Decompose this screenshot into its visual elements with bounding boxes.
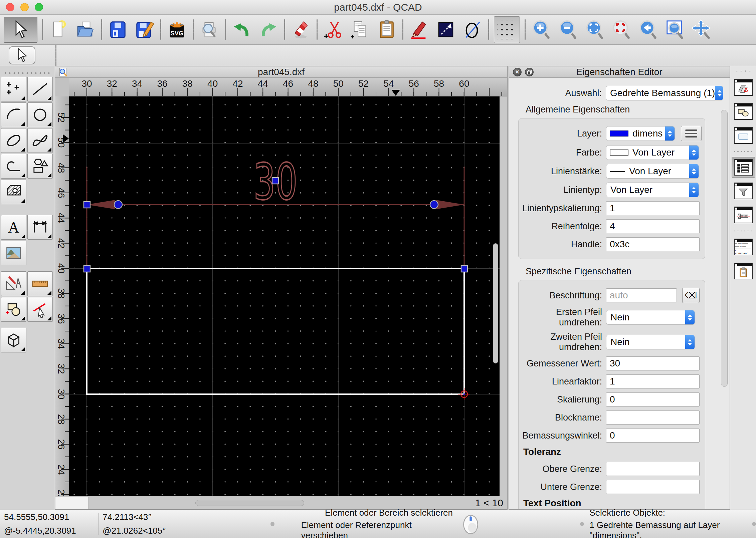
ruler-corner: [55, 78, 69, 96]
lineweight-sample: [610, 171, 625, 172]
scale-field[interactable]: [606, 392, 700, 407]
draw-order-field[interactable]: [606, 219, 700, 233]
linetype-combo[interactable]: Von Layer: [606, 183, 699, 197]
zoom-window-button[interactable]: [664, 17, 686, 42]
new-document-button[interactable]: [48, 17, 70, 42]
clipboard-panel-toggle[interactable]: [734, 263, 753, 279]
ellipse-tool-button[interactable]: [1, 128, 26, 153]
close-window-button[interactable]: [6, 3, 14, 11]
ruler-icon: [31, 275, 49, 292]
layers-panel-toggle[interactable]: [734, 79, 753, 96]
hatch-tool-button[interactable]: [1, 180, 26, 204]
selection-pointer-button[interactable]: [9, 46, 35, 64]
draw-pencil-button[interactable]: [408, 17, 430, 42]
auto-zoom-button[interactable]: [584, 17, 606, 42]
lineweight-combo[interactable]: Von Layer: [606, 164, 699, 179]
selected-objects-title: Selektierte Objekte:: [589, 508, 665, 518]
selection-tool-button[interactable]: [4, 17, 37, 43]
panel-scrollbar[interactable]: [721, 110, 728, 387]
spline-tool-button[interactable]: [27, 128, 53, 153]
maximize-window-button[interactable]: [35, 3, 43, 11]
draw-tools-button[interactable]: [1, 271, 26, 296]
float-panel-button[interactable]: [525, 68, 534, 76]
cut-button[interactable]: [322, 17, 344, 42]
selection-label: Auswahl:: [509, 88, 606, 98]
stepper-icon: [689, 183, 699, 197]
modify-tool-button[interactable]: [1, 297, 26, 322]
stepper-icon: [689, 164, 699, 179]
dimension-angle-field[interactable]: [606, 429, 700, 443]
svg-text:A: A: [8, 219, 19, 236]
circle-tool-button[interactable]: [27, 102, 53, 127]
undo-button[interactable]: [231, 17, 253, 42]
pan-button[interactable]: [691, 17, 713, 42]
upper-limit-field[interactable]: [606, 462, 700, 476]
part-outline-rectangle[interactable]: [87, 269, 464, 394]
canvas-vertical-scrollbar[interactable]: [493, 243, 498, 363]
flip-first-arrow-combo[interactable]: Nein: [606, 310, 695, 325]
measure-tool-button[interactable]: [27, 271, 53, 296]
shape-tool-button[interactable]: [27, 154, 53, 179]
linear-factor-field[interactable]: [606, 374, 700, 388]
block-name-field[interactable]: [606, 411, 700, 425]
solid-tool-button[interactable]: [1, 328, 26, 352]
close-panel-button[interactable]: ✕: [513, 68, 522, 76]
measured-value-field[interactable]: [606, 356, 700, 370]
zoom-window-icon: [665, 19, 685, 41]
tool-options-toolbar: [0, 45, 756, 66]
line-tool-button[interactable]: [27, 77, 53, 101]
strip-drag-handle[interactable]: [735, 69, 752, 73]
view-panel-toggle[interactable]: [734, 127, 753, 144]
document-titlebar[interactable]: part045.dxf: [55, 66, 507, 78]
selected-dimension[interactable]: 30: [87, 153, 464, 266]
polyline-tool-button[interactable]: [1, 154, 26, 179]
flip-second-arrow-combo[interactable]: Nein: [606, 335, 695, 349]
points-tool-button[interactable]: [1, 77, 26, 101]
window-title: part045.dxf - QCAD: [334, 2, 422, 13]
snap-tool-button[interactable]: [27, 297, 53, 322]
cursor-coordinates: 54.5555,50.3091: [4, 512, 98, 522]
layer-menu-button[interactable]: [681, 126, 702, 141]
snap-icon: [31, 301, 49, 318]
copy-button[interactable]: [349, 17, 371, 42]
text-tool-button[interactable]: A: [1, 215, 26, 240]
drawing-canvas[interactable]: 30: [69, 96, 500, 497]
delete-button[interactable]: [290, 17, 312, 42]
dimension-label-field[interactable]: [606, 288, 677, 302]
save-button[interactable]: [107, 17, 129, 42]
svg-export-button[interactable]: SVG: [166, 17, 188, 42]
selection-filter-toggle[interactable]: [734, 183, 753, 199]
blocks-panel-toggle[interactable]: [734, 103, 753, 120]
open-file-button[interactable]: [74, 17, 97, 42]
clear-label-button[interactable]: ⌫: [682, 288, 700, 303]
palette-drag-handle[interactable]: [3, 68, 51, 74]
previous-view-button[interactable]: [637, 17, 659, 42]
handle-field[interactable]: [606, 237, 700, 251]
minimize-window-button[interactable]: [20, 3, 29, 11]
command-line-toggle[interactable]: ─ ── ───── ─ ──c: command: [734, 239, 753, 255]
open-folder-icon: [75, 19, 96, 40]
arc-tool-button[interactable]: [1, 102, 26, 127]
zoom-out-button[interactable]: [557, 17, 579, 42]
ellipse-tool-button[interactable]: [461, 17, 484, 42]
print-preview-button[interactable]: [198, 17, 220, 42]
selection-combo[interactable]: Gedrehte Bemassung (1): [606, 86, 723, 100]
image-tool-button[interactable]: [1, 241, 26, 265]
layer-combo[interactable]: dimens: [606, 126, 675, 141]
save-as-button[interactable]: [134, 17, 156, 42]
zoom-selection-button[interactable]: [610, 17, 632, 42]
canvas-horizontal-scrollbar[interactable]: [195, 500, 304, 506]
grid-toggle-button[interactable]: [494, 16, 520, 43]
linetype-scale-field[interactable]: [606, 201, 700, 215]
grid-icon: [498, 20, 516, 39]
fastener-panel-toggle[interactable]: [734, 207, 753, 223]
ellipse-icon: [462, 19, 483, 40]
zoom-in-button[interactable]: [530, 17, 552, 42]
dimension-tool-button[interactable]: [27, 215, 53, 240]
paste-button[interactable]: [376, 17, 398, 42]
color-combo[interactable]: Von Layer: [606, 145, 699, 160]
property-editor-toggle[interactable]: [734, 159, 753, 176]
redo-button[interactable]: [257, 17, 279, 42]
scale-button[interactable]: [435, 17, 457, 42]
lower-limit-field[interactable]: [606, 480, 700, 494]
